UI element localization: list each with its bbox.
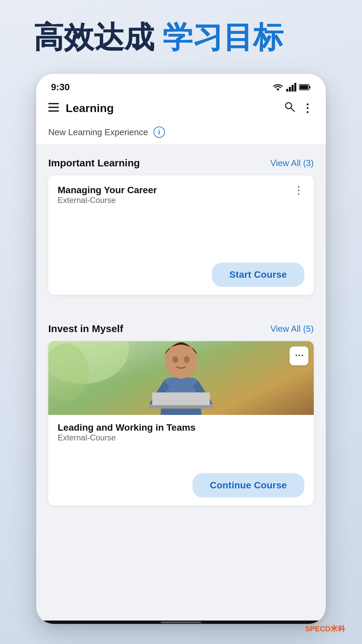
bottom-nav-bar (36, 621, 326, 624)
course-text-leading: Leading and Working in Teams External-Co… (58, 422, 201, 442)
menu-icon[interactable] (48, 102, 59, 114)
phone-frame: 9:30 (36, 74, 326, 624)
svg-rect-9 (48, 107, 59, 108)
course-card-header-leading: Leading and Working in Teams External-Co… (58, 422, 304, 442)
card-actions-managing: Start Course (58, 263, 304, 287)
svg-line-12 (291, 108, 294, 111)
course-card-body (58, 208, 304, 255)
battery-icon (299, 84, 311, 91)
course-more-icon[interactable]: ⋮ (293, 185, 304, 196)
view-all-invest[interactable]: View All (5) (270, 324, 314, 334)
search-icon[interactable] (284, 101, 295, 115)
svg-rect-2 (289, 87, 291, 92)
wifi-icon (272, 83, 284, 92)
section-header-invest: Invest in Myself View All (5) (48, 323, 314, 334)
course-card-text: Managing Your Career External-Course (58, 185, 162, 205)
card-more-icon-leading[interactable]: ⋮ (290, 346, 308, 365)
bottom-spacer (36, 514, 326, 527)
app-title: Learning (66, 102, 284, 115)
start-course-button[interactable]: Start Course (212, 263, 304, 287)
svg-rect-4 (294, 83, 296, 92)
hero-title: 高效达成 学习目标 (34, 20, 328, 55)
course-card-leading-teams: ⋮ Leading and Working in Teams External-… (48, 341, 314, 505)
course-card-managing-career: Managing Your Career External-Course ⋮ S… (48, 175, 314, 295)
course-title-leading: Leading and Working in Teams (58, 422, 201, 433)
status-bar: 9:30 (36, 74, 326, 96)
svg-point-17 (165, 342, 197, 379)
svg-rect-10 (48, 110, 59, 112)
watermark: SPECD米科 (305, 624, 345, 634)
view-all-important[interactable]: View All (3) (270, 158, 314, 168)
section-title-invest: Invest in Myself (48, 323, 123, 334)
svg-marker-0 (276, 89, 280, 91)
continue-course-button[interactable]: Continue Course (192, 473, 304, 497)
svg-rect-3 (292, 85, 294, 92)
card-image-leading-teams: ⋮ (48, 341, 314, 415)
section-title-important: Important Learning (48, 157, 140, 169)
home-indicator (161, 622, 201, 623)
signal-icon (286, 83, 296, 92)
banner-text: New Learning Experience (48, 127, 148, 138)
more-options-icon[interactable]: ⋮ (302, 101, 314, 115)
spacer (36, 303, 326, 312)
course-card-body-leading (58, 445, 304, 465)
content-scroll[interactable]: Important Learning View All (3) Managing… (36, 147, 326, 621)
svg-rect-8 (48, 103, 59, 104)
section-important-learning: Important Learning View All (3) Managing… (36, 147, 326, 303)
status-time: 9:30 (51, 82, 70, 93)
status-icons (272, 83, 311, 92)
svg-rect-1 (286, 89, 288, 92)
info-icon[interactable]: i (154, 126, 165, 138)
course-subtitle-leading: External-Course (58, 433, 201, 442)
course-card-header: Managing Your Career External-Course ⋮ (58, 185, 304, 205)
hero-title-plain: 高效达成 (34, 20, 163, 54)
card-actions-leading: Continue Course (58, 473, 304, 497)
svg-point-20 (172, 356, 178, 363)
course-title-managing: Managing Your Career (58, 185, 162, 196)
new-learning-experience-banner: New Learning Experience i (36, 120, 326, 147)
course-subtitle-managing: External-Course (58, 196, 162, 205)
svg-rect-6 (309, 86, 310, 89)
app-header: Learning ⋮ (36, 96, 326, 120)
svg-point-21 (184, 356, 190, 363)
svg-rect-7 (300, 85, 308, 89)
svg-rect-19 (152, 392, 210, 405)
course-card-content-leading: Leading and Working in Teams External-Co… (48, 415, 314, 505)
section-header-important: Important Learning View All (3) (48, 157, 314, 169)
header-actions: ⋮ (284, 101, 314, 115)
hero-title-highlight: 学习目标 (163, 20, 283, 54)
card-bg-svg (48, 341, 314, 415)
card-more-dots: ⋮ (294, 351, 304, 361)
section-invest-in-myself: Invest in Myself View All (5) (36, 312, 326, 514)
